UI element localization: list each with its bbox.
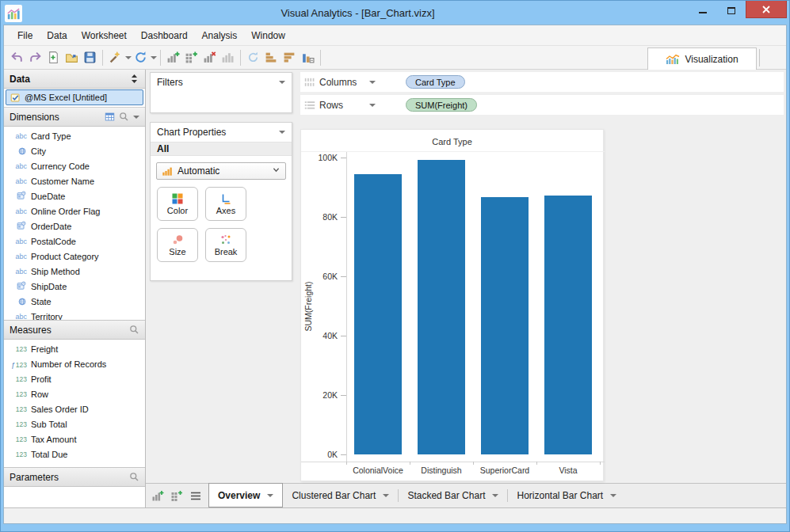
redo-button[interactable] — [26, 48, 44, 67]
refresh-button[interactable] — [132, 48, 150, 67]
y-axis-line — [346, 152, 347, 462]
bar-vista[interactable] — [544, 196, 592, 454]
measure-item-sub-total[interactable]: 123Sub Total — [4, 416, 145, 431]
minimize-button[interactable] — [689, 1, 717, 20]
chart-muted-button[interactable] — [219, 48, 237, 67]
menu-analysis[interactable]: Analysis — [195, 25, 245, 45]
dimension-item-postalcode[interactable]: abcPostalCode — [4, 234, 145, 249]
menu-dashboard[interactable]: Dashboard — [134, 25, 195, 45]
checked-checkbox-icon[interactable] — [10, 93, 21, 103]
measure-item-total-due[interactable]: 123Total Due — [4, 446, 145, 462]
sort-bars-desc-button[interactable] — [281, 48, 299, 67]
add-crosstab-button[interactable] — [168, 486, 185, 505]
chart-summary-button[interactable] — [299, 48, 317, 67]
chart-canvas[interactable]: Card Type SUM(Freight) 0K20K40K60K80K100… — [300, 129, 604, 481]
datasource-item-ms-excel[interactable]: @MS Excel [Untitled] — [6, 89, 143, 105]
maximize-button[interactable] — [717, 1, 746, 20]
chart-title: Card Type — [301, 137, 603, 146]
chart-properties-header[interactable]: Chart Properties — [151, 123, 292, 142]
color-button[interactable]: Color — [157, 187, 198, 221]
open-button[interactable] — [63, 48, 81, 67]
tab-clustered-bar-chart[interactable]: Clustered Bar Chart — [283, 484, 398, 507]
dimension-item-card-type[interactable]: abcCard Type — [4, 128, 145, 143]
chevron-down-icon[interactable] — [279, 81, 285, 84]
bar-superiorcard[interactable] — [481, 197, 529, 454]
size-icon — [171, 234, 184, 246]
close-button[interactable] — [746, 1, 787, 18]
search-icon[interactable] — [129, 325, 139, 335]
dimension-item-city[interactable]: City — [4, 143, 145, 158]
tab-horizontal-bar-chart[interactable]: Horizontal Bar Chart — [508, 484, 625, 507]
dimension-item-ship-method[interactable]: abcShip Method — [4, 264, 145, 279]
size-button[interactable]: Size — [157, 228, 198, 262]
dimension-item-online-order-flag[interactable]: abcOnline Order Flag — [4, 203, 145, 218]
data-panel-header: Data — [4, 70, 145, 89]
dimension-item-territory[interactable]: abcTerritory — [4, 309, 145, 321]
design-wizard-button[interactable] — [106, 48, 124, 67]
datasource-list: @MS Excel [Untitled] — [4, 89, 145, 108]
dimension-item-orderdate[interactable]: OrderDate — [4, 218, 145, 234]
columns-shelf[interactable]: Columns Card Type — [300, 72, 784, 92]
measure-item-sales-order-id[interactable]: 123Sales Order ID — [4, 401, 145, 416]
bar-distinguish[interactable] — [418, 160, 465, 454]
dimension-item-customer-name[interactable]: abcCustomer Name — [4, 173, 145, 188]
properties-column: Filters Chart Properties All — [146, 70, 297, 483]
refresh-icon — [134, 51, 147, 64]
sort-updown-icon[interactable] — [129, 74, 139, 84]
add-chart-button[interactable] — [149, 486, 166, 505]
tab-stacked-bar-chart[interactable]: Stacked Bar Chart — [399, 484, 507, 507]
measure-item-tax-amount[interactable]: 123Tax Amount — [4, 431, 145, 446]
measures-title: Measures — [10, 325, 52, 336]
bar-colonialvoice[interactable] — [354, 174, 402, 454]
menu-window[interactable]: Window — [244, 25, 292, 45]
menu-file[interactable]: File — [10, 25, 40, 45]
chevron-down-icon[interactable] — [610, 494, 616, 497]
rotate-button[interactable] — [244, 48, 262, 67]
x-tick-mark — [600, 462, 601, 465]
sort-bars-asc-button[interactable] — [262, 48, 281, 67]
dimension-item-currency-code[interactable]: abcCurrency Code — [4, 158, 145, 173]
design-wizard-dropdown[interactable] — [124, 48, 132, 67]
menu-worksheet[interactable]: Worksheet — [74, 25, 134, 45]
filters-panel-header[interactable]: Filters — [151, 73, 292, 92]
refresh-dropdown[interactable] — [150, 48, 157, 67]
undo-button[interactable] — [8, 48, 26, 67]
measure-item-freight[interactable]: 123Freight — [4, 341, 145, 356]
measure-item-number-of-records[interactable]: ƒ123Number of Records — [4, 356, 145, 371]
menu-list-button[interactable] — [187, 486, 204, 505]
search-icon[interactable] — [129, 472, 139, 482]
dimension-item-shipdate[interactable]: ShipDate — [4, 279, 145, 294]
add-crosstab-button[interactable] — [182, 48, 200, 67]
save-button[interactable] — [81, 48, 99, 67]
axes-button[interactable]: Axes — [205, 187, 246, 221]
tab-overview[interactable]: Overview — [208, 483, 283, 507]
measure-item-row[interactable]: 123Row — [4, 386, 145, 401]
rows-pill-sum-freight[interactable]: SUM(Freight) — [406, 98, 477, 112]
add-chart-button[interactable] — [164, 48, 182, 67]
chevron-down-icon[interactable] — [383, 494, 389, 497]
dimension-item-state[interactable]: State — [4, 294, 145, 309]
rows-shelf[interactable]: Rows SUM(Freight) — [300, 95, 784, 115]
chevron-down-icon[interactable] — [279, 131, 285, 134]
visualization-tab[interactable]: Visualization — [647, 48, 757, 70]
table-icon[interactable] — [105, 112, 115, 122]
chevron-down-icon[interactable] — [267, 494, 273, 497]
chevron-down-icon[interactable] — [492, 494, 498, 497]
new-sheet-button[interactable] — [44, 48, 63, 67]
dimension-item-product-category[interactable]: abcProduct Category — [4, 249, 145, 264]
break-button[interactable]: Break — [205, 228, 246, 262]
add-chart-icon — [166, 51, 180, 64]
text-field-icon: abc — [15, 177, 27, 185]
measure-item-profit[interactable]: 123Profit — [4, 371, 145, 386]
app-window: Visual Analytics - [Bar_Chart.vizx] File… — [0, 0, 790, 532]
chevron-down-icon[interactable] — [369, 81, 376, 84]
chevron-down-icon[interactable] — [369, 104, 376, 107]
field-label: DueDate — [31, 192, 65, 201]
columns-pill-card-type[interactable]: Card Type — [406, 75, 465, 89]
chevron-down-icon[interactable] — [133, 116, 139, 119]
search-icon[interactable] — [119, 112, 129, 122]
dimension-item-duedate[interactable]: DueDate — [4, 188, 145, 203]
menu-data[interactable]: Data — [40, 25, 74, 45]
remove-chart-button[interactable] — [200, 48, 219, 67]
chart-style-dropdown[interactable]: Automatic — [156, 162, 286, 180]
